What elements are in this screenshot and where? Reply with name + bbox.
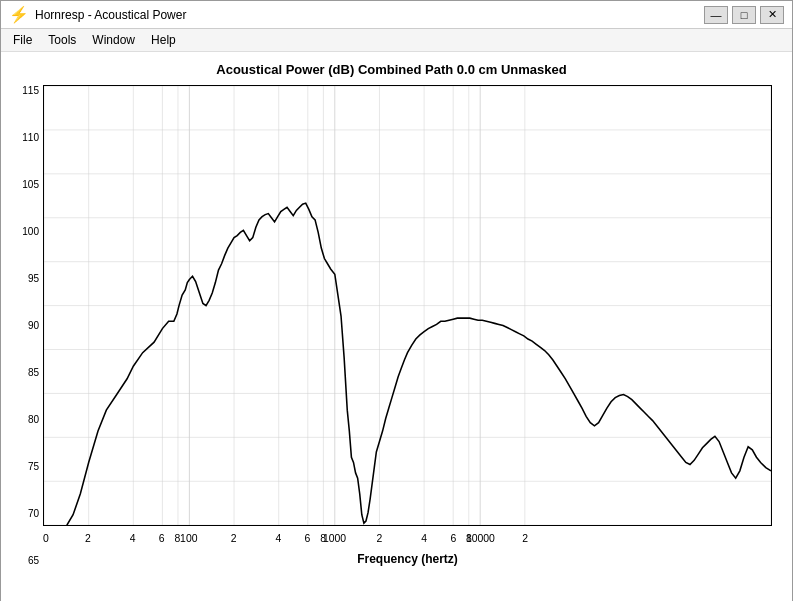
svg-text:2: 2 [376,533,382,544]
x-axis-svg: 10 2 4 6 8 100 2 4 6 8 1000 2 4 6 [43,528,772,548]
title-bar-left: ⚡ Hornresp - Acoustical Power [9,5,186,24]
x-axis-title: Frequency (hertz) [43,552,772,566]
maximize-button[interactable]: □ [732,6,756,24]
y-tick-80: 80 [28,414,39,425]
y-tick-105: 105 [22,179,39,190]
y-tick-90: 90 [28,320,39,331]
svg-text:100: 100 [180,533,198,544]
y-axis-labels: 115 110 105 100 95 90 85 80 75 70 65 [11,85,43,566]
title-bar-title: Hornresp - Acoustical Power [35,8,186,22]
svg-text:6: 6 [450,533,456,544]
y-tick-100: 100 [22,226,39,237]
svg-text:10000: 10000 [466,533,495,544]
svg-text:2: 2 [522,533,528,544]
plot-and-xaxis: 10 2 4 6 8 100 2 4 6 8 1000 2 4 6 [43,85,772,566]
svg-text:4: 4 [421,533,427,544]
y-tick-70: 70 [28,508,39,519]
menu-help[interactable]: Help [143,31,184,49]
y-tick-95: 95 [28,273,39,284]
svg-text:1000: 1000 [323,533,346,544]
y-tick-65: 65 [28,555,39,566]
chart-svg [44,86,771,525]
svg-text:2: 2 [231,533,237,544]
svg-text:2: 2 [85,533,91,544]
y-tick-115: 115 [22,85,39,96]
menu-file[interactable]: File [5,31,40,49]
menu-tools[interactable]: Tools [40,31,84,49]
menu-window[interactable]: Window [84,31,143,49]
svg-text:6: 6 [159,533,165,544]
y-tick-110: 110 [22,132,39,143]
svg-text:6: 6 [305,533,311,544]
menu-bar: File Tools Window Help [1,29,792,52]
chart-title: Acoustical Power (dB) Combined Path 0.0 … [216,62,566,77]
app-icon: ⚡ [9,5,29,24]
chart-area: 115 110 105 100 95 90 85 80 75 70 65 [11,85,772,566]
svg-text:4: 4 [275,533,281,544]
frequency-response-curve [67,203,771,525]
minimize-button[interactable]: — [704,6,728,24]
title-bar-controls: — □ ✕ [704,6,784,24]
chart-plot [43,85,772,526]
y-tick-85: 85 [28,367,39,378]
main-window: ⚡ Hornresp - Acoustical Power — □ ✕ File… [0,0,793,601]
svg-text:10: 10 [43,533,49,544]
close-button[interactable]: ✕ [760,6,784,24]
chart-container: Acoustical Power (dB) Combined Path 0.0 … [1,52,792,601]
svg-text:4: 4 [130,533,136,544]
title-bar: ⚡ Hornresp - Acoustical Power — □ ✕ [1,1,792,29]
y-tick-75: 75 [28,461,39,472]
x-axis-labels: 10 2 4 6 8 100 2 4 6 8 1000 2 4 6 [43,528,772,548]
